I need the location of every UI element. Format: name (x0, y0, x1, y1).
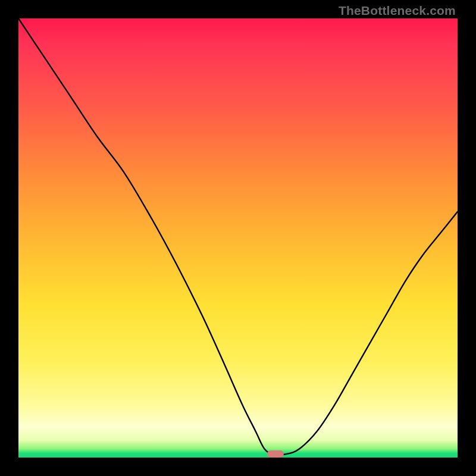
optimal-marker (267, 450, 284, 458)
bottleneck-curve (18, 18, 458, 458)
watermark-text: TheBottleneck.com (339, 4, 456, 18)
outer-frame: TheBottleneck.com (0, 0, 476, 476)
